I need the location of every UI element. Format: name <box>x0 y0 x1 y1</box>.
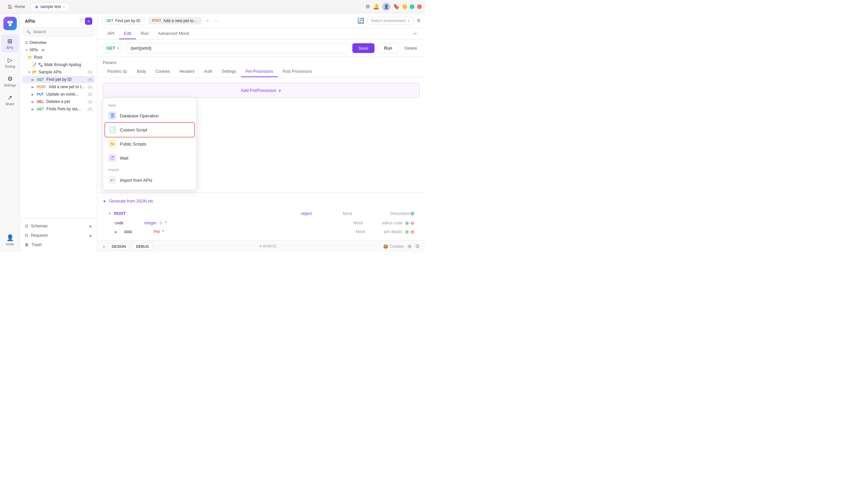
update-pet-method: PUT <box>36 92 45 96</box>
menu-icon[interactable]: ≡ <box>417 17 420 24</box>
generate-from-json-button[interactable]: Generate from JSON etc. <box>109 197 154 205</box>
sidebar-item-testing[interactable]: ▷ Testing <box>1 54 19 71</box>
params-tab-auth[interactable]: Auth <box>199 66 217 77</box>
sync-icon[interactable]: 🔄 <box>358 17 364 24</box>
add-api-button[interactable]: + <box>85 17 92 25</box>
debug-tab[interactable]: DEBUG <box>132 243 153 250</box>
bookmark-icon[interactable]: 🔖 <box>393 3 400 10</box>
edit-icon[interactable]: ✏ <box>411 31 420 36</box>
footer-item-trash[interactable]: 🗑 Trash <box>25 241 92 249</box>
delete-button[interactable]: Delete <box>402 43 420 53</box>
env-chevron-icon: ∨ <box>407 19 410 22</box>
maximize-button[interactable] <box>410 4 414 9</box>
home-icon: 🏠 <box>7 4 13 9</box>
tree-item-sample-apis[interactable]: ▼ 📂 Sample APIs (5) <box>22 68 95 76</box>
tree-item-walkthrough[interactable]: 📝 🐾 Walk through Apidog <box>22 61 95 68</box>
tree-item-delete-pet[interactable]: ▶ DEL Deletes a pet (1) <box>22 98 95 105</box>
field-data-name: data <box>124 229 151 234</box>
response-root-row: ▼ ROOT object Mock Description ⊕ <box>103 208 420 219</box>
settings-icon[interactable]: ⚙ <box>365 3 370 10</box>
add-bottom-icon[interactable]: ⊕ <box>407 243 412 250</box>
params-tab-settings[interactable]: Settings <box>217 66 241 77</box>
tab-sample-test[interactable]: ◉ sample test × <box>31 3 69 11</box>
tree-item-update-pet[interactable]: ▶ PUT Update an existi... (2) <box>22 91 95 98</box>
tab-home[interactable]: 🏠 Home <box>3 3 29 11</box>
left-panel-footer: ⊡ Schemas ▶ ⊡ Requests ▶ 🗑 Trash <box>20 218 97 252</box>
environment-select[interactable]: Select environment ∨ <box>367 17 414 25</box>
field-data-remove-button[interactable]: ⊖ <box>411 229 414 234</box>
tree-item-find-pet[interactable]: ▶ GET Find pet by ID (4) <box>22 76 95 83</box>
minimize-button[interactable] <box>402 4 407 9</box>
tab-run[interactable]: Run <box>136 28 153 39</box>
params-tab-pre-processors[interactable]: Pre Processors <box>241 66 278 77</box>
close-button[interactable] <box>417 4 422 9</box>
root-collapse-icon[interactable]: ▼ <box>108 212 111 215</box>
footer-item-schemas[interactable]: ⊡ Schemas ▶ <box>25 222 92 230</box>
tree-item-root[interactable]: 📁 Root <box>22 54 95 61</box>
dropdown-item-wait[interactable]: ⏱ Wait <box>103 151 196 165</box>
field-code-add-button[interactable]: ⊕ <box>405 220 409 226</box>
trash-label: Trash <box>32 242 41 247</box>
data-field-expand-icon[interactable]: ▶ <box>115 230 118 234</box>
find-pet-method: GET <box>36 77 45 82</box>
tab-icon: ◉ <box>35 4 38 9</box>
sidebar-item-invite[interactable]: 👤 Invite <box>1 231 19 249</box>
method-select[interactable]: GET ∨ <box>103 43 123 53</box>
params-tab-cookies[interactable]: Cookies <box>151 66 174 77</box>
params-tab-body[interactable]: Body <box>132 66 151 77</box>
tree-item-add-pet[interactable]: ▶ POST Add a new pet to t... (1) <box>22 83 95 91</box>
root-add-button[interactable]: ⊕ <box>410 210 414 217</box>
tree-item-overview[interactable]: ⊞ Overview <box>22 39 95 46</box>
dropdown-item-database[interactable]: 🗄 Database Operation <box>103 109 196 123</box>
run-button[interactable]: Run <box>378 43 399 53</box>
finds-pets-label: Finds Pets by sta... <box>47 107 81 111</box>
svg-point-1 <box>10 21 13 23</box>
api-tab-add-pet[interactable]: POST Add a new pet to t... <box>148 17 202 24</box>
field-code-remove-button[interactable]: ⊖ <box>411 220 414 226</box>
more-tabs-button[interactable]: ··· <box>214 18 220 23</box>
sidebar-item-apis[interactable]: ⊞ APIs <box>1 35 19 52</box>
tab-edit[interactable]: Edit <box>119 28 136 39</box>
params-tab-post-processors[interactable]: Post Processors <box>278 66 316 77</box>
import-apis-label: Import from APIs <box>120 178 152 183</box>
params-tab-headers[interactable]: Headers <box>175 66 199 77</box>
left-panel: APIs ▽ + 🔍 ⊞ Overview ▼ APIs ▾ <box>20 13 97 252</box>
params-tab-params[interactable]: Params1 <box>103 66 132 77</box>
new-tab-button[interactable]: + <box>205 18 210 23</box>
tab-label: sample test <box>40 4 61 9</box>
delete-pet-chevron: ▶ <box>32 100 34 104</box>
settings-bottom-icon[interactable]: ⚙ <box>415 243 420 250</box>
tab-close-icon[interactable]: × <box>63 5 65 9</box>
finds-pets-chevron: ▶ <box>32 107 34 111</box>
footer-item-requests[interactable]: ⊡ Requests ▶ <box>25 231 92 239</box>
api-tab-find-pet[interactable]: GET Find pet by ID <box>102 17 145 25</box>
save-button[interactable]: Save <box>352 43 375 53</box>
tab-api[interactable]: API <box>103 28 119 39</box>
dropdown-item-import-apis[interactable]: ↩ Import from APIs <box>103 173 196 187</box>
find-pet-chevron: ▶ <box>32 78 34 82</box>
svg-point-2 <box>9 23 12 26</box>
cookies-button[interactable]: 🍪 Cookies <box>383 244 404 249</box>
url-input[interactable] <box>126 43 349 53</box>
field-data-add-button[interactable]: ⊕ <box>405 229 409 234</box>
notification-icon[interactable]: 🔔 <box>373 3 380 10</box>
tree-item-apis[interactable]: ▼ APIs ▾ <box>22 46 95 54</box>
sidebar-item-share[interactable]: ↗ Share <box>1 91 19 109</box>
collapse-left-icon[interactable]: « <box>103 244 105 249</box>
avatar[interactable]: 👤 <box>382 3 390 11</box>
env-placeholder: Select environment <box>371 18 406 23</box>
dropdown-item-custom-script[interactable]: 📄 Custom Script <box>105 123 194 137</box>
design-tab[interactable]: DESIGN <box>108 243 129 250</box>
settings-icon: ⚙ <box>7 75 13 83</box>
dropdown-item-public-scripts[interactable]: fx Public Scripts <box>103 137 196 151</box>
filter-icon[interactable]: ▽ <box>80 17 83 25</box>
field-code-table-icon: ☰ <box>159 221 162 225</box>
api-tree: ⊞ Overview ▼ APIs ▾ 📁 Root 📝 🐾 Walk thro… <box>20 39 97 218</box>
search-input[interactable] <box>23 28 93 36</box>
tab-advanced-mock[interactable]: Advanced Mock <box>153 28 194 39</box>
add-preprocessor-button[interactable]: Add PreProcessor ∨ <box>103 83 420 98</box>
root-folder-label: Root <box>34 55 42 60</box>
sidebar-item-settings[interactable]: ⚙ Settings <box>1 72 19 90</box>
tree-item-finds-pets[interactable]: ▶ GET Finds Pets by sta... (2) <box>22 105 95 113</box>
wait-icon: ⏱ <box>108 154 117 162</box>
